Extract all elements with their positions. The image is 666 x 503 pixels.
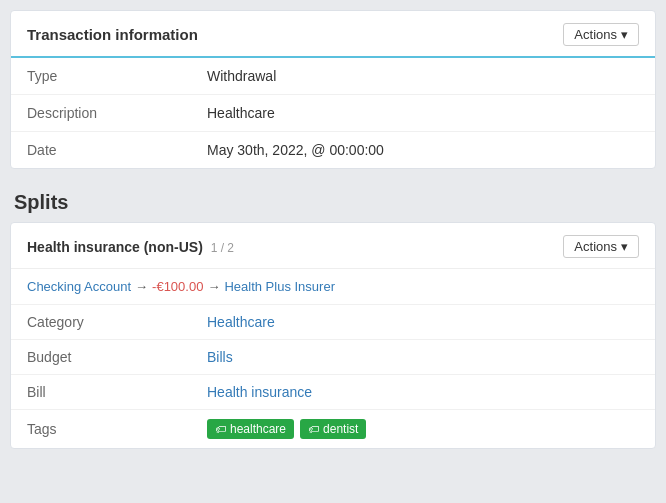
transaction-title: Transaction information	[27, 26, 198, 43]
table-row: TypeWithdrawal	[11, 58, 655, 95]
tags-label: Tags	[11, 410, 191, 449]
split-actions-label: Actions	[574, 239, 617, 254]
category-link[interactable]: Healthcare	[207, 314, 275, 330]
tag-icon: 🏷	[215, 423, 226, 435]
transaction-actions-chevron: ▾	[621, 27, 628, 42]
split-actions-button[interactable]: Actions ▾	[563, 235, 639, 258]
split-actions-chevron: ▾	[621, 239, 628, 254]
row-value: Withdrawal	[191, 58, 655, 95]
bill-value: Health insurance	[191, 375, 655, 410]
tag-label: healthcare	[230, 422, 286, 436]
row-label: Date	[11, 132, 191, 169]
tag-badge[interactable]: 🏷healthcare	[207, 419, 294, 439]
table-row: Budget Bills	[11, 340, 655, 375]
arrow-1: →	[135, 279, 148, 294]
budget-link[interactable]: Bills	[207, 349, 233, 365]
budget-label: Budget	[11, 340, 191, 375]
table-row: Tags 🏷healthcare🏷dentist	[11, 410, 655, 449]
split-amount[interactable]: -€100.00	[152, 279, 203, 294]
table-row: Category Healthcare	[11, 305, 655, 340]
budget-value: Bills	[191, 340, 655, 375]
tag-label: dentist	[323, 422, 358, 436]
main-container: Transaction information Actions ▾ TypeWi…	[10, 10, 656, 461]
category-value: Healthcare	[191, 305, 655, 340]
splits-heading: Splits	[10, 181, 656, 222]
table-row: DescriptionHealthcare	[11, 95, 655, 132]
bill-link[interactable]: Health insurance	[207, 384, 312, 400]
split-title-area: Health insurance (non-US) 1 / 2	[27, 239, 234, 255]
table-row: Bill Health insurance	[11, 375, 655, 410]
split-card-1: Health insurance (non-US) 1 / 2 Actions …	[10, 222, 656, 449]
tag-icon: 🏷	[308, 423, 319, 435]
arrow-2: →	[207, 279, 220, 294]
transaction-card: Transaction information Actions ▾ TypeWi…	[10, 10, 656, 169]
from-account-link[interactable]: Checking Account	[27, 279, 131, 294]
transaction-actions-label: Actions	[574, 27, 617, 42]
split-card-header: Health insurance (non-US) 1 / 2 Actions …	[11, 223, 655, 269]
split-info-table: Category Healthcare Budget Bills Bill He…	[11, 305, 655, 448]
category-label: Category	[11, 305, 191, 340]
split-flow: Checking Account → -€100.00 → Health Plu…	[11, 269, 655, 305]
table-row: DateMay 30th, 2022, @ 00:00:00	[11, 132, 655, 169]
row-label: Type	[11, 58, 191, 95]
split-title: Health insurance (non-US)	[27, 239, 203, 255]
transaction-info-table: TypeWithdrawalDescriptionHealthcareDateM…	[11, 58, 655, 168]
tag-badge[interactable]: 🏷dentist	[300, 419, 366, 439]
tags-value: 🏷healthcare🏷dentist	[191, 410, 655, 449]
transaction-actions-button[interactable]: Actions ▾	[563, 23, 639, 46]
split-counter: 1 / 2	[211, 241, 234, 255]
row-label: Description	[11, 95, 191, 132]
row-value: Healthcare	[191, 95, 655, 132]
splits-section: Splits Health insurance (non-US) 1 / 2 A…	[10, 181, 656, 449]
row-value: May 30th, 2022, @ 00:00:00	[191, 132, 655, 169]
bill-label: Bill	[11, 375, 191, 410]
transaction-card-header: Transaction information Actions ▾	[11, 11, 655, 58]
to-account-link[interactable]: Health Plus Insurer	[224, 279, 335, 294]
